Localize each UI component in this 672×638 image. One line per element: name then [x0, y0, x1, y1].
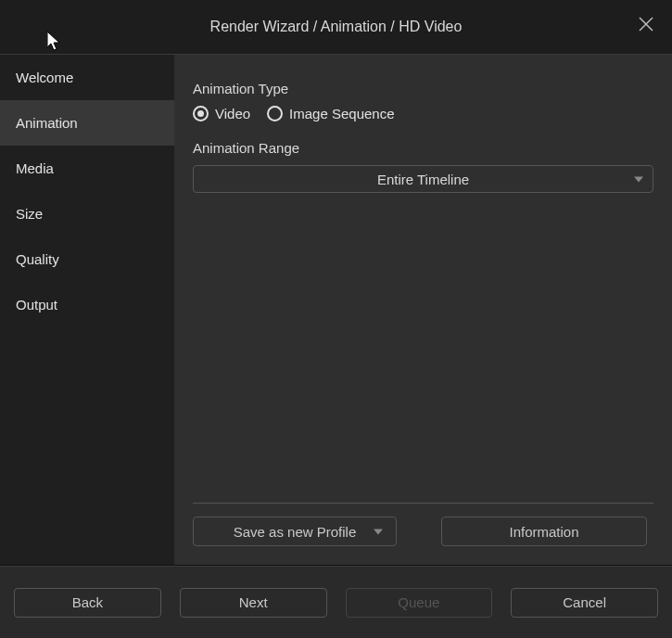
content-panel: Animation Type Video Image Sequence Anim… — [174, 55, 672, 565]
sidebar-item-animation[interactable]: Animation — [0, 100, 174, 146]
sidebar-item-label: Animation — [16, 115, 78, 131]
button-label: Queue — [398, 594, 439, 610]
radio-icon — [193, 106, 209, 121]
close-button[interactable] — [633, 13, 659, 39]
close-icon — [638, 16, 654, 36]
save-as-new-profile-button[interactable]: Save as new Profile — [193, 517, 397, 546]
information-button[interactable]: Information — [441, 517, 647, 546]
window-title: Render Wizard / Animation / HD Video — [210, 19, 463, 35]
footer: Back Next Queue Cancel — [0, 566, 672, 638]
button-label: Cancel — [563, 594, 606, 610]
radio-label: Video — [215, 106, 250, 121]
sidebar-item-label: Welcome — [16, 70, 73, 85]
animation-range-label: Animation Range — [193, 140, 653, 156]
sidebar-item-welcome[interactable]: Welcome — [0, 55, 174, 100]
radio-icon — [267, 106, 283, 121]
radio-image-sequence[interactable]: Image Sequence — [267, 106, 394, 121]
sidebar: Welcome Animation Media Size Quality Out… — [0, 55, 174, 565]
sidebar-item-label: Size — [16, 206, 43, 222]
button-label: Save as new Profile — [234, 524, 357, 540]
next-button[interactable]: Next — [180, 588, 327, 618]
sidebar-item-output[interactable]: Output — [0, 282, 174, 327]
sidebar-item-label: Output — [16, 297, 57, 313]
secondary-button-row: Save as new Profile Information — [193, 517, 653, 546]
button-label: Back — [72, 594, 103, 610]
svg-marker-3 — [374, 530, 383, 535]
animation-type-label: Animation Type — [193, 81, 653, 96]
sidebar-item-quality[interactable]: Quality — [0, 236, 174, 282]
sidebar-item-label: Media — [16, 160, 54, 176]
svg-marker-2 — [634, 177, 643, 183]
animation-type-radios: Video Image Sequence — [193, 106, 653, 121]
divider — [193, 503, 653, 504]
sidebar-item-media[interactable]: Media — [0, 146, 174, 191]
sidebar-item-label: Quality — [16, 251, 59, 267]
sidebar-item-size[interactable]: Size — [0, 191, 174, 236]
body: Welcome Animation Media Size Quality Out… — [0, 54, 672, 566]
back-button[interactable]: Back — [14, 588, 161, 618]
titlebar: Render Wizard / Animation / HD Video — [0, 0, 672, 54]
chevron-down-icon — [374, 524, 383, 540]
button-label: Next — [239, 594, 268, 610]
dropdown-value: Entire Timeline — [377, 172, 469, 187]
queue-button: Queue — [346, 588, 493, 618]
cancel-button[interactable]: Cancel — [511, 588, 658, 618]
radio-video[interactable]: Video — [193, 106, 250, 121]
radio-label: Image Sequence — [289, 106, 394, 121]
spacer — [193, 193, 653, 503]
chevron-down-icon — [634, 172, 643, 187]
animation-range-dropdown[interactable]: Entire Timeline — [193, 165, 653, 193]
button-label: Information — [509, 524, 578, 540]
